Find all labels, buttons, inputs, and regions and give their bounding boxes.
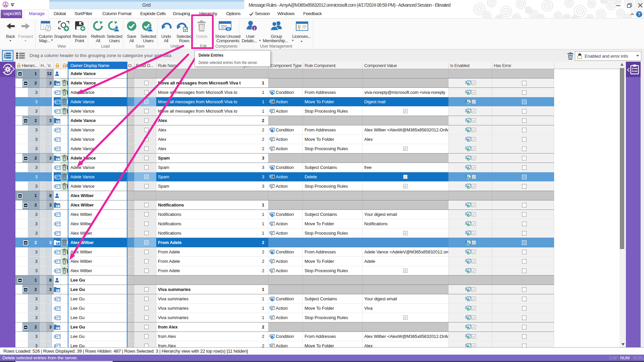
svg-text:?: ? — [638, 12, 641, 17]
svg-text:i: i — [254, 26, 255, 31]
